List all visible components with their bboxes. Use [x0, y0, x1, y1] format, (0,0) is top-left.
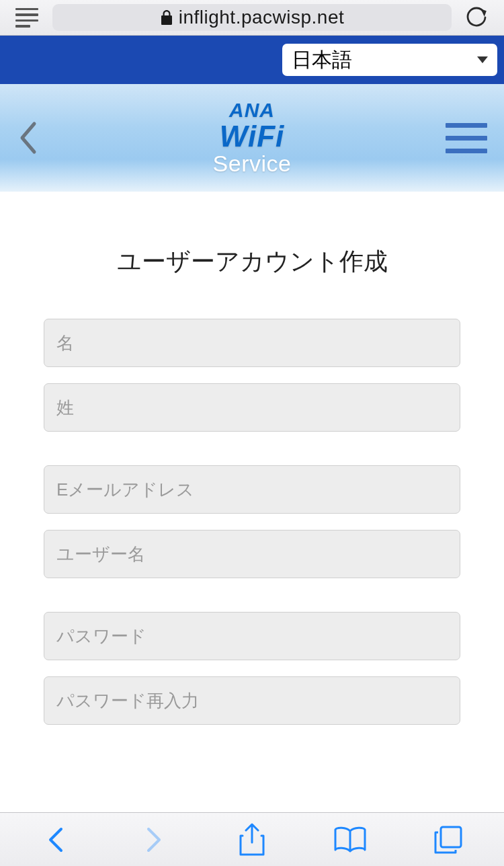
- share-icon: [237, 822, 267, 857]
- field-group: [44, 465, 460, 578]
- language-select[interactable]: 日本語: [282, 44, 497, 76]
- logo-line2: WiFi: [213, 121, 292, 152]
- signup-form: [44, 319, 460, 725]
- url-text: inflight.pacwisp.net: [179, 7, 345, 28]
- reload-button[interactable]: [457, 6, 497, 29]
- nav-forward-button[interactable]: [130, 825, 177, 855]
- text-input[interactable]: [44, 319, 460, 367]
- text-input[interactable]: [44, 383, 460, 432]
- svg-rect-0: [441, 827, 461, 847]
- page-content: ユーザーアカウント作成: [0, 192, 504, 725]
- address-bar[interactable]: inflight.pacwisp.net: [52, 4, 452, 31]
- book-icon: [333, 826, 368, 854]
- chevron-right-icon: [144, 825, 163, 855]
- field-group: [44, 612, 460, 725]
- reload-icon: [466, 6, 489, 29]
- logo-line1: ANA: [213, 100, 292, 121]
- language-bar: 日本語: [0, 36, 504, 84]
- field-group: [44, 319, 460, 432]
- reader-view-button[interactable]: [7, 8, 47, 28]
- safari-bottom-toolbar: [0, 812, 504, 866]
- text-input[interactable]: [44, 676, 460, 725]
- app-header: ANA WiFi Service: [0, 84, 504, 192]
- share-button[interactable]: [228, 822, 276, 857]
- app-logo: ANA WiFi Service: [213, 100, 292, 175]
- text-input[interactable]: [44, 530, 460, 578]
- hamburger-icon: [446, 123, 487, 128]
- text-input[interactable]: [44, 612, 460, 660]
- logo-line3: Service: [213, 152, 292, 176]
- chevron-left-icon: [17, 120, 40, 156]
- back-button[interactable]: [17, 120, 40, 156]
- text-input[interactable]: [44, 465, 460, 514]
- tabs-button[interactable]: [425, 824, 472, 855]
- page-title: ユーザーアカウント作成: [44, 245, 460, 278]
- nav-back-button[interactable]: [32, 825, 79, 855]
- tabs-icon: [433, 824, 464, 855]
- lock-icon: [160, 9, 173, 26]
- chevron-down-icon: [477, 56, 488, 63]
- bookmarks-button[interactable]: [327, 826, 374, 854]
- menu-button[interactable]: [446, 123, 487, 153]
- safari-top-chrome: inflight.pacwisp.net: [0, 0, 504, 36]
- language-selected-label: 日本語: [292, 46, 352, 74]
- reader-view-icon: [15, 8, 38, 28]
- chevron-left-icon: [46, 825, 65, 855]
